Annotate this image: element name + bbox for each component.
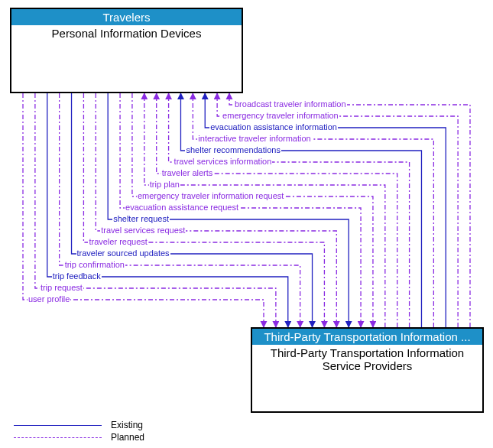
flow-label: trip request — [40, 283, 83, 292]
legend-line-planned — [14, 437, 102, 438]
flow-label: traveler request — [88, 237, 148, 246]
flow-label: evacuation assistance information — [209, 122, 338, 131]
flow-label: travel services information — [174, 157, 273, 166]
legend-existing: Existing — [14, 419, 144, 431]
flow-label: trip feedback — [52, 271, 102, 281]
flow-label: shelter request — [112, 214, 170, 223]
node-travelers-body: Personal Information Devices — [11, 25, 242, 41]
flow-label: interactive traveler information — [197, 134, 311, 143]
diagram-canvas: { "boxes": { "top": { "header": "Travele… — [0, 0, 493, 448]
legend-planned: Planned — [14, 431, 144, 443]
flow-label: traveler alerts — [161, 168, 214, 177]
flow-label: broadcast traveler information — [234, 99, 347, 109]
flow-label: trip plan — [149, 180, 180, 189]
flow-label: shelter recommendations — [185, 145, 281, 154]
flow-label: traveler sourced updates — [76, 248, 170, 258]
node-thirdparty-body: Third-Party Transportation Information S… — [252, 345, 482, 374]
flow-label: evacuation assistance request — [125, 203, 239, 212]
legend: Existing Planned — [14, 419, 144, 443]
flow-label: user profile — [28, 294, 70, 304]
flow-label: emergency traveler information request — [137, 191, 284, 200]
legend-label-existing: Existing — [111, 420, 143, 430]
node-thirdparty: Third-Party Transportation Information .… — [251, 327, 484, 413]
node-thirdparty-header: Third-Party Transportation Information .… — [252, 329, 482, 345]
flow-label: trip confirmation — [64, 260, 125, 269]
node-travelers: Travelers Personal Information Devices — [10, 8, 243, 93]
node-travelers-header: Travelers — [11, 9, 242, 25]
legend-label-planned: Planned — [111, 432, 144, 443]
flow-label: emergency traveler information — [222, 111, 339, 120]
legend-line-existing — [14, 425, 102, 426]
flow-label: travel services request — [100, 226, 186, 235]
